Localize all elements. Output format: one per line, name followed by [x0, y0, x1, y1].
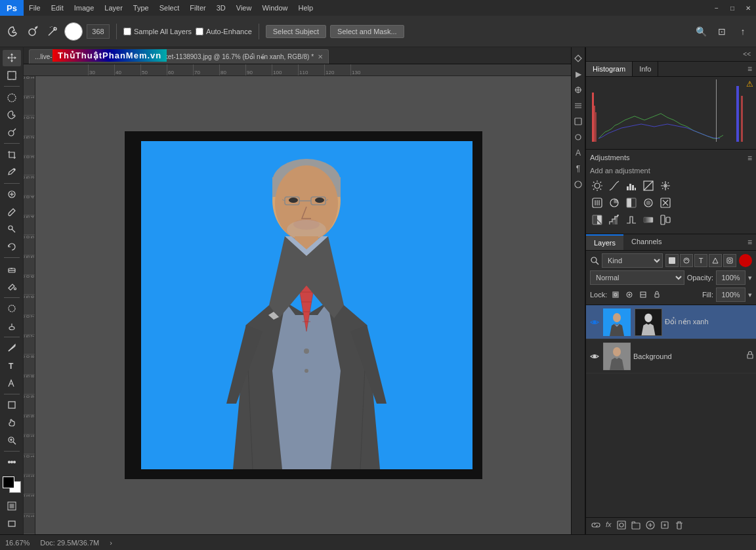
opacity-arrow[interactable]: ▾ — [748, 274, 752, 282]
artboard-tool[interactable] — [3, 68, 21, 84]
tab-close-button[interactable]: ✕ — [318, 53, 323, 60]
magic-wand-icon[interactable] — [45, 24, 60, 39]
select-and-mask-button[interactable]: Select and Mask... — [330, 25, 404, 38]
layer-row-background[interactable]: Background — [586, 339, 756, 373]
channels-tab[interactable]: Channels — [623, 234, 669, 250]
lock-artboard-icon[interactable] — [637, 289, 649, 301]
text-tool[interactable]: T — [3, 358, 21, 374]
menu-view[interactable]: View — [231, 0, 257, 16]
blur-tool[interactable] — [3, 301, 21, 317]
adj-posterize-icon[interactable] — [607, 213, 621, 227]
new-group-icon[interactable] — [631, 520, 640, 532]
layers-tab[interactable]: Layers — [586, 234, 623, 250]
share-icon[interactable]: ↑ — [735, 24, 751, 39]
clone-stamp-tool[interactable] — [3, 221, 21, 238]
brush-size-circle[interactable] — [64, 22, 83, 41]
heal-brush-tool[interactable] — [3, 186, 21, 203]
menu-image[interactable]: Image — [69, 0, 100, 16]
adj-blackwhite-icon[interactable] — [624, 196, 639, 210]
opacity-input[interactable] — [716, 270, 746, 285]
color-swatches[interactable] — [1, 475, 22, 494]
dodge-tool[interactable] — [3, 318, 21, 334]
menu-layer[interactable]: Layer — [99, 0, 128, 16]
panel-toggle-4[interactable] — [572, 100, 584, 112]
panel-toggle-8[interactable]: ¶ — [572, 163, 584, 175]
lock-pixels-icon[interactable] — [610, 289, 621, 301]
adj-huesat-icon[interactable] — [590, 196, 604, 210]
quick-select-tool-icon[interactable] — [25, 24, 41, 39]
adj-colorbalance-icon[interactable] — [607, 196, 621, 210]
panel-toggle-6[interactable] — [572, 131, 584, 143]
shape-tool[interactable] — [3, 397, 21, 413]
brush-tool[interactable] — [3, 203, 21, 220]
layer-link-icon[interactable] — [591, 520, 600, 532]
layer-visibility-eye-1[interactable] — [589, 316, 600, 328]
blend-mode-select[interactable]: Normal — [590, 270, 684, 285]
foreground-color-swatch[interactable] — [3, 476, 14, 488]
fill-arrow[interactable]: ▾ — [748, 291, 752, 299]
menu-file[interactable]: File — [24, 0, 46, 16]
zoom-search-icon[interactable]: 🔍 — [693, 24, 709, 39]
add-mask-icon[interactable] — [617, 520, 626, 532]
history-brush-tool[interactable] — [3, 239, 21, 255]
canvas-viewport[interactable] — [35, 76, 571, 534]
move-tool[interactable] — [3, 50, 21, 66]
filter-text-icon[interactable]: T — [694, 254, 707, 267]
status-arrow[interactable]: › — [110, 539, 112, 547]
histogram-menu-icon[interactable]: ≡ — [744, 62, 756, 76]
adj-channelmixer-icon[interactable] — [658, 196, 673, 210]
filter-smart-icon[interactable] — [723, 254, 736, 267]
menu-edit[interactable]: Edit — [46, 0, 69, 16]
filter-adjust-icon[interactable] — [680, 254, 693, 267]
eraser-tool[interactable] — [3, 261, 21, 277]
filter-pixel-icon[interactable] — [665, 254, 679, 267]
menu-select[interactable]: Select — [154, 0, 185, 16]
menu-filter[interactable]: Filter — [184, 0, 211, 16]
panel-toggle-2[interactable]: ▶ — [572, 68, 584, 80]
adj-selectivecolor-icon[interactable] — [658, 213, 673, 227]
lasso-select-tool[interactable] — [3, 107, 21, 123]
panel-toggle-9[interactable] — [572, 179, 584, 190]
path-select-tool[interactable] — [3, 375, 21, 391]
select-subject-button[interactable]: Select Subject — [266, 25, 326, 38]
screen-mode-tool[interactable] — [3, 515, 21, 532]
lock-position-icon[interactable] — [623, 289, 635, 301]
sample-all-layers-checkbox[interactable] — [123, 28, 131, 35]
adj-photofilter-icon[interactable] — [641, 196, 656, 210]
lasso-tool-icon[interactable] — [5, 24, 21, 39]
panel-toggle-1[interactable] — [572, 53, 584, 64]
lock-all-icon[interactable] — [651, 289, 663, 301]
fill-input[interactable] — [716, 287, 746, 302]
eyedropper-tool[interactable] — [3, 164, 21, 180]
adj-exposure-icon[interactable] — [641, 179, 656, 193]
delete-layer-icon[interactable] — [675, 520, 684, 532]
adjustments-menu-icon[interactable]: ≡ — [747, 154, 752, 163]
panel-toggle-5[interactable] — [572, 116, 584, 127]
histogram-tab[interactable]: Histogram — [586, 62, 633, 76]
layer-fx-icon[interactable]: fx — [606, 520, 612, 532]
panel-toggle-3[interactable] — [572, 84, 584, 96]
filter-toggle-button[interactable] — [739, 254, 752, 267]
canvas-tab-active[interactable]: ...live-this-photo-of-m... wearing-gray-… — [29, 49, 329, 64]
brush-size-input[interactable] — [87, 24, 110, 39]
kind-filter-select[interactable]: Kind — [602, 253, 663, 268]
auto-enhance-checkbox[interactable] — [196, 28, 203, 35]
paint-bucket-tool[interactable] — [3, 278, 21, 295]
layer-row-doi-nen-xanh[interactable]: Đổi nền xanh — [586, 305, 756, 339]
marquee-tool[interactable] — [3, 89, 21, 106]
adj-gradient-icon[interactable] — [641, 213, 656, 227]
quick-selection-tool[interactable] — [3, 125, 21, 141]
new-layer-icon[interactable] — [660, 520, 669, 532]
adj-brightness-icon[interactable] — [590, 179, 604, 193]
menu-3d[interactable]: 3D — [211, 0, 231, 16]
restore-button[interactable]: □ — [724, 0, 740, 16]
adj-levels-icon[interactable] — [624, 179, 639, 193]
menu-type[interactable]: Type — [128, 0, 154, 16]
adj-threshold-icon[interactable] — [624, 213, 639, 227]
zoom-tool[interactable] — [3, 432, 21, 448]
layer-visibility-eye-2[interactable] — [589, 350, 600, 362]
panel-expand-icon[interactable]: << — [743, 51, 751, 58]
hand-tool[interactable] — [3, 414, 21, 431]
adj-curves-icon[interactable] — [607, 179, 621, 193]
filter-shape-icon[interactable] — [709, 254, 722, 267]
